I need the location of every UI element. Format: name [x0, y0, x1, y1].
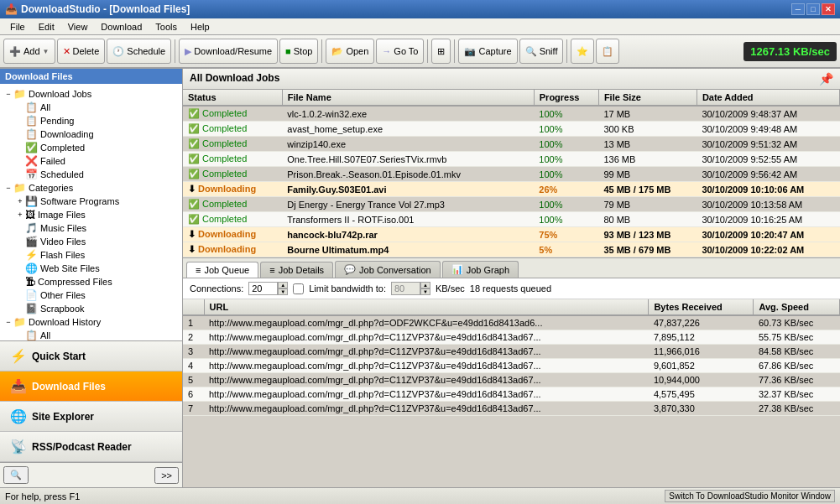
tree-item[interactable]: − 📁 Download Jobs: [2, 87, 180, 101]
tree-area[interactable]: − 📁 Download Jobs 📋 All 📋 Pending 📋 Down…: [0, 84, 182, 340]
bandwidth-checkbox[interactable]: [293, 283, 304, 294]
connections-down[interactable]: ▼: [278, 288, 288, 295]
url-row[interactable]: 1 http://www.megaupload.com/mgr_dl.php?d…: [183, 315, 840, 330]
stop-button[interactable]: ■ Stop: [279, 39, 318, 64]
table-row[interactable]: ✅ Completed Prison.Break.-.Season.01.Epi…: [183, 167, 840, 182]
tree-item[interactable]: − 📁 Download History: [2, 315, 180, 329]
tree-item[interactable]: ⚡ Flash Files: [2, 248, 180, 262]
tree-item[interactable]: ❌ Failed: [2, 154, 180, 168]
table-row[interactable]: ✅ Completed avast_home_setup.exe 100% 30…: [183, 122, 840, 137]
tree-item[interactable]: 📋 All: [2, 101, 180, 114]
tree-expand-icon[interactable]: −: [3, 184, 13, 192]
table-row[interactable]: ✅ Completed One.Tree.Hill.S07E07.SeriesT…: [183, 152, 840, 167]
url-row[interactable]: 4 http://www.megaupload.com/mgr_dl.php?d…: [183, 359, 840, 373]
url-col-speed[interactable]: Avg. Speed: [754, 299, 840, 315]
col-progress[interactable]: Progress: [534, 90, 598, 106]
tree-item[interactable]: + 🖼 Image Files: [2, 208, 180, 221]
url-row[interactable]: 5 http://www.megaupload.com/mgr_dl.php?d…: [183, 373, 840, 387]
url-col-bytes[interactable]: Bytes Received: [649, 299, 754, 315]
table-row[interactable]: ⬇ Downloading Bourne Ultimatum.mp4 5% 35…: [183, 242, 840, 257]
expand-button[interactable]: >>: [154, 467, 179, 484]
tab-job-queue[interactable]: ≡ Job Queue: [186, 262, 258, 278]
table-row[interactable]: ✅ Completed winzip140.exe 100% 13 MB 30/…: [183, 137, 840, 152]
bandwidth-up[interactable]: ▲: [420, 282, 430, 288]
connections-value[interactable]: [248, 282, 278, 295]
bandwidth-value[interactable]: [391, 282, 420, 295]
tab-job-details[interactable]: ≡ Job Details: [260, 262, 333, 278]
connections-input[interactable]: ▲ ▼: [248, 282, 288, 295]
url-table-area[interactable]: URL Bytes Received Avg. Speed 1 http://w…: [183, 299, 840, 487]
download-resume-button[interactable]: ▶ Download/Resume: [179, 39, 278, 64]
table-row[interactable]: ✅ Completed Transformers II - ROTF.iso.0…: [183, 212, 840, 227]
tab-job-graph[interactable]: 📊 Job Graph: [442, 261, 519, 278]
url-col-url[interactable]: URL: [204, 299, 649, 315]
tree-item[interactable]: 🗜 Compressed Files: [2, 275, 180, 288]
col-date[interactable]: Date Added: [697, 90, 839, 106]
col-status[interactable]: Status: [183, 90, 282, 106]
open-button[interactable]: 📂 Open: [326, 39, 374, 64]
grid-button[interactable]: ⊞: [431, 39, 451, 64]
bandwidth-down[interactable]: ▼: [420, 288, 430, 295]
minimize-button[interactable]: ─: [791, 3, 805, 15]
left-panel: Download Files − 📁 Download Jobs 📋 All 📋…: [0, 69, 183, 487]
tree-item[interactable]: − 📁 Categories: [2, 181, 180, 195]
menu-view[interactable]: View: [61, 20, 95, 34]
monitor-window-button[interactable]: Switch To DownloadStudio Monitor Window: [665, 490, 835, 502]
sniff-button[interactable]: 🔍 Sniff: [519, 39, 564, 64]
table-row[interactable]: ✅ Completed vlc-1.0.2-win32.exe 100% 17 …: [183, 106, 840, 122]
url-row[interactable]: 2 http://www.megaupload.com/mgr_dl.php?d…: [183, 330, 840, 345]
nav-item-quick-start[interactable]: ⚡ Quick Start: [0, 341, 182, 372]
tree-expand-icon[interactable]: −: [3, 318, 13, 326]
table-row[interactable]: ✅ Completed Dj Energy - Energy Trance Vo…: [183, 197, 840, 212]
tree-label: Completed: [40, 143, 85, 153]
row-date: 30/10/2009 9:56:42 AM: [697, 167, 839, 182]
tree-expand-icon[interactable]: +: [15, 197, 25, 205]
col-filename[interactable]: File Name: [282, 90, 534, 106]
tab-job-conversation[interactable]: 💬 Job Conversation: [335, 261, 441, 278]
close-button[interactable]: ✕: [822, 3, 835, 15]
tree-item[interactable]: 📋 Pending: [2, 114, 180, 127]
status-text: Completed: [202, 199, 247, 209]
tree-item[interactable]: 📓 Scrapbook: [2, 302, 180, 315]
extra-btn-2[interactable]: 📋: [596, 39, 619, 64]
tree-expand-icon[interactable]: −: [3, 90, 13, 98]
url-row[interactable]: 7 http://www.megaupload.com/mgr_dl.php?d…: [183, 402, 840, 416]
menu-edit[interactable]: Edit: [32, 20, 61, 34]
menu-tools[interactable]: Tools: [149, 20, 184, 34]
table-row[interactable]: ⬇ Downloading Family.Guy.S03E01.avi 26% …: [183, 182, 840, 197]
goto-button[interactable]: → Go To: [376, 39, 424, 64]
tree-item[interactable]: 🎬 Video Files: [2, 235, 180, 248]
tree-expand-icon[interactable]: +: [15, 210, 25, 219]
add-button[interactable]: ➕ Add ▼: [3, 39, 55, 64]
menu-file[interactable]: File: [3, 20, 32, 34]
extra-btn-1[interactable]: ⭐: [571, 39, 594, 64]
nav-item-download-files[interactable]: 📥 Download Files: [0, 372, 182, 402]
col-filesize[interactable]: File Size: [598, 90, 697, 106]
table-row[interactable]: ⬇ Downloading hancock-blu742p.rar 75% 93…: [183, 227, 840, 242]
url-row[interactable]: 3 http://www.megaupload.com/mgr_dl.php?d…: [183, 345, 840, 359]
delete-button[interactable]: ✕ Delete: [57, 39, 106, 64]
add-dropdown-icon[interactable]: ▼: [43, 48, 50, 55]
tab-icon: ≡: [269, 265, 274, 275]
tree-item[interactable]: 📋 Downloading: [2, 127, 180, 141]
search-button[interactable]: 🔍: [3, 466, 29, 484]
nav-label: Site Explorer: [32, 411, 94, 423]
tree-item[interactable]: 📄 Other Files: [2, 288, 180, 302]
tree-item[interactable]: 📋 All: [2, 329, 180, 340]
menu-download[interactable]: Download: [94, 20, 149, 34]
tree-item[interactable]: 🎵 Music Files: [2, 221, 180, 235]
nav-item-site-explorer[interactable]: 🌐 Site Explorer: [0, 402, 182, 432]
maximize-button[interactable]: □: [806, 3, 820, 15]
bandwidth-input[interactable]: ▲ ▼: [391, 282, 430, 295]
connections-up[interactable]: ▲: [278, 282, 288, 288]
status-icon: ⬇: [188, 184, 196, 194]
nav-item-rss/podcast-reader[interactable]: 📡 RSS/Podcast Reader: [0, 432, 182, 462]
schedule-button[interactable]: 🕐 Schedule: [107, 39, 171, 64]
tree-item[interactable]: ✅ Completed: [2, 141, 180, 154]
capture-button[interactable]: 📷 Capture: [458, 39, 517, 64]
tree-item[interactable]: 📅 Scheduled: [2, 168, 180, 181]
url-row[interactable]: 6 http://www.megaupload.com/mgr_dl.php?d…: [183, 387, 840, 402]
menu-help[interactable]: Help: [184, 20, 217, 34]
tree-item[interactable]: 🌐 Web Site Files: [2, 262, 180, 275]
tree-item[interactable]: + 💾 Software Programs: [2, 195, 180, 208]
